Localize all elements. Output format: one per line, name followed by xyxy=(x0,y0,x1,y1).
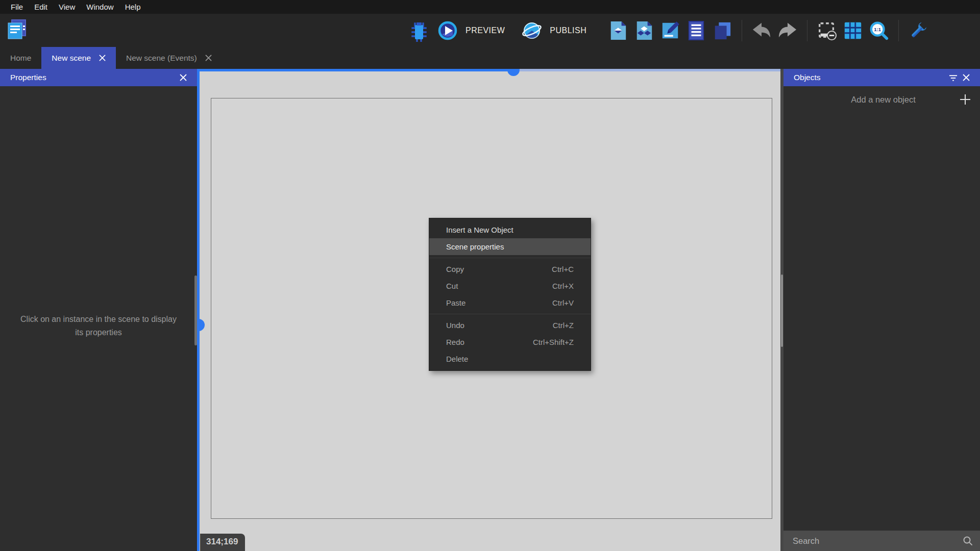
menu-window[interactable]: Window xyxy=(81,0,119,14)
toolbar: PREVIEW PUBLISH xyxy=(0,14,980,47)
zoom-original-button[interactable]: 1:1 xyxy=(868,19,890,42)
tab-home[interactable]: Home xyxy=(0,47,41,69)
menu-item-label: Insert a New Object xyxy=(446,226,574,234)
vertical-scrollbar-thumb[interactable] xyxy=(197,319,205,331)
preview-button[interactable] xyxy=(437,19,458,42)
menu-item-label: Redo xyxy=(446,338,533,346)
zoom-1-1-icon: 1:1 xyxy=(869,20,889,41)
close-properties-button[interactable] xyxy=(177,71,190,84)
menu-item-label: Paste xyxy=(446,298,552,307)
context-menu-item-redo[interactable]: Redo Ctrl+Shift+Z xyxy=(429,334,591,350)
add-new-object-label: Add a new object xyxy=(793,95,960,105)
redo-button[interactable] xyxy=(777,19,798,42)
menu-item-shortcut: Ctrl+Z xyxy=(553,321,574,330)
toolbar-separator xyxy=(898,20,899,41)
publish-button[interactable] xyxy=(521,19,543,42)
project-manager-icon xyxy=(5,17,29,41)
menu-bar: File Edit View Window Help xyxy=(0,0,980,14)
context-menu-item-scene-properties[interactable]: Scene properties xyxy=(429,238,591,255)
selection-remove-icon xyxy=(817,20,837,41)
objects-panel: Objects Add a new object xyxy=(783,69,980,551)
tab-new-scene[interactable]: New scene xyxy=(41,47,116,69)
publish-label[interactable]: PUBLISH xyxy=(550,26,586,35)
open-layers-panel-button[interactable] xyxy=(712,19,733,42)
close-icon xyxy=(963,74,970,81)
search-icon xyxy=(963,536,973,546)
properties-panel-header: Properties xyxy=(0,69,197,86)
tab-home-label: Home xyxy=(10,54,31,63)
context-menu-item-cut[interactable]: Cut Ctrl+X xyxy=(429,278,591,294)
divider-scrollbar-thumb[interactable] xyxy=(781,274,783,347)
layers-icon xyxy=(713,20,732,41)
grid-icon xyxy=(843,20,863,41)
redo-arrow-icon xyxy=(777,21,798,40)
context-menu-separator xyxy=(429,314,591,314)
objects-doc-icon xyxy=(608,20,628,41)
menu-item-label: Cut xyxy=(446,282,552,290)
menu-help[interactable]: Help xyxy=(119,0,146,14)
menu-view[interactable]: View xyxy=(53,0,81,14)
tab-new-scene-events[interactable]: New scene (Events) xyxy=(116,47,222,69)
clear-selection-button[interactable] xyxy=(816,19,838,42)
context-menu-item-delete[interactable]: Delete xyxy=(429,350,591,367)
project-manager-button[interactable] xyxy=(6,18,28,40)
horizontal-scrollbar-thumb[interactable] xyxy=(507,69,520,76)
close-tab-icon[interactable] xyxy=(99,55,106,61)
context-menu-item-undo[interactable]: Undo Ctrl+Z xyxy=(429,317,591,334)
context-menu-item-copy[interactable]: Copy Ctrl+C xyxy=(429,261,591,278)
filter-objects-button[interactable] xyxy=(946,71,960,84)
menu-edit[interactable]: Edit xyxy=(29,0,53,14)
tab-new-scene-events-label: New scene (Events) xyxy=(126,54,197,63)
main-area: Properties Click on an instance in the s… xyxy=(0,69,980,551)
menu-item-label: Undo xyxy=(446,321,553,330)
filter-icon xyxy=(949,74,958,81)
cursor-coordinates-badge: 314;169 xyxy=(200,534,245,551)
svg-text:1:1: 1:1 xyxy=(874,26,881,32)
properties-panel-title: Properties xyxy=(10,73,177,82)
toolbar-center: PREVIEW PUBLISH xyxy=(408,14,596,47)
preview-label[interactable]: PREVIEW xyxy=(465,26,505,35)
plus-icon xyxy=(960,94,971,105)
menu-item-label: Delete xyxy=(446,355,574,363)
menu-item-shortcut: Ctrl+Shift+Z xyxy=(533,338,574,346)
object-groups-doc-icon xyxy=(634,20,654,41)
bug-icon xyxy=(408,19,430,42)
context-menu-item-paste[interactable]: Paste Ctrl+V xyxy=(429,294,591,311)
tab-bar: Home New scene New scene (Events) xyxy=(0,47,980,69)
tab-new-scene-label: New scene xyxy=(52,54,91,63)
vertical-scrollbar-fill[interactable] xyxy=(197,69,200,551)
objects-panel-title: Objects xyxy=(794,73,946,82)
wrench-icon xyxy=(908,20,928,41)
menu-item-shortcut: Ctrl+V xyxy=(552,298,574,307)
context-menu-item-insert-object[interactable]: Insert a New Object xyxy=(429,221,591,238)
scene-canvas[interactable]: Insert a New Object Scene properties Cop… xyxy=(197,69,780,551)
toggle-grid-button[interactable] xyxy=(842,19,864,42)
objects-search-input[interactable] xyxy=(793,536,963,546)
horizontal-scrollbar-fill[interactable] xyxy=(197,69,513,71)
instances-list-icon xyxy=(687,20,706,41)
menu-item-label: Copy xyxy=(446,265,552,273)
add-new-object-button[interactable]: Add a new object xyxy=(783,86,980,113)
toolbar-right: 1:1 xyxy=(607,14,929,47)
objects-panel-header: Objects xyxy=(783,69,980,86)
toolbar-separator xyxy=(807,20,807,41)
close-objects-button[interactable] xyxy=(960,71,973,84)
context-menu: Insert a New Object Scene properties Cop… xyxy=(429,218,591,371)
debugger-button[interactable] xyxy=(408,19,430,42)
open-objects-editor-button[interactable] xyxy=(607,19,629,42)
menu-file[interactable]: File xyxy=(5,0,29,14)
open-properties-panel-button[interactable] xyxy=(659,19,681,42)
publish-globe-icon xyxy=(521,20,543,41)
close-tab-icon[interactable] xyxy=(205,55,212,61)
horizontal-scrollbar-track[interactable] xyxy=(513,69,780,71)
context-menu-separator xyxy=(429,258,591,258)
undo-button[interactable] xyxy=(751,19,772,42)
toolbar-separator xyxy=(742,20,742,41)
open-instances-list-button[interactable] xyxy=(685,19,707,42)
play-preview-icon xyxy=(437,20,458,41)
scene-settings-button[interactable] xyxy=(908,19,929,42)
properties-panel: Properties Click on an instance in the s… xyxy=(0,69,197,551)
menu-item-shortcut: Ctrl+X xyxy=(552,282,574,290)
open-object-groups-button[interactable] xyxy=(633,19,655,42)
properties-pencil-icon xyxy=(660,20,680,41)
